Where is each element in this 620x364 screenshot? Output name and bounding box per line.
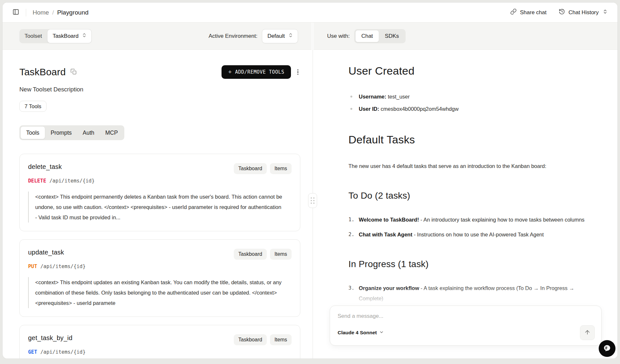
http-method: PUT [28,264,37,269]
tool-badge: Taskboard [234,163,267,174]
message-composer: Claude 4 Sonnet [330,306,602,346]
toolset-selector-label: Toolset [19,33,47,39]
active-environment-label: Active Environment: [209,33,257,39]
list-item-label: Username: [359,94,386,99]
environment-value: Default [267,33,285,39]
tool-badge: Items [270,163,292,174]
send-button[interactable] [580,325,595,340]
list-item: 3. Organize your workflow - A task expla… [348,283,591,304]
tab-mcp[interactable]: MCP [100,126,123,139]
tool-card-delete-task[interactable]: delete_task Taskboard Items DELETE/api/i… [19,154,300,231]
list-item: 2. Chat with Task Agent - Instructions o… [348,229,591,240]
user-info-list: Username: test_user User ID: cmesbox4b00… [348,91,591,114]
list-item-text: - Instructions on how to use the AI-powe… [412,232,544,237]
tool-badge: Items [270,334,292,345]
panel-left-icon [12,8,19,16]
header-divider [26,9,26,16]
copy-toolset-name-button[interactable] [70,68,77,76]
heading-user-created: User Created [348,65,591,77]
endpoint-path: /api/items/{id} [40,349,86,355]
chevrons-up-down-icon [603,9,608,16]
toolset-selector[interactable]: Toolset TaskBoard [19,29,92,43]
use-with-sdks-option[interactable]: SDKs [379,30,405,42]
list-item-label: User ID: [359,106,379,112]
chat-history-label: Chat History [568,9,599,16]
tab-auth[interactable]: Auth [77,126,100,139]
list-item-value: test_user [386,94,409,99]
chevron-down-icon [379,330,384,336]
chat-history-button[interactable]: Chat History [559,8,608,16]
add-remove-tools-label: ADD/REMOVE TOOLS [235,69,284,75]
list-item-label: Welcome to TaskBoard! [359,217,419,223]
top-header: Home / Playground Share chat [3,3,617,23]
use-with-chat-option[interactable]: Chat [355,30,379,42]
model-name: Claude 4 Sonnet [338,330,377,336]
list-item: User ID: cmesbox4b0000pq2om54whdgw [348,104,591,114]
list-item-number: 3. [348,283,359,304]
arrow-up-icon [584,329,591,337]
tool-badge: Taskboard [234,249,267,260]
tool-card-update-task[interactable]: update_task Taskboard Items PUT/api/item… [19,239,300,317]
toolset-panel: Toolset TaskBoard Active Environment: De… [3,23,312,359]
tool-badge: Taskboard [234,334,267,345]
list-item-number: 2. [348,229,359,240]
heading-in-progress: In Progress (1 task) [348,259,591,269]
chat-panel: Use with: Chat SDKs User Created Usernam… [314,23,617,359]
use-with-label: Use with: [327,33,350,39]
list-item-number: 1. [348,214,359,225]
chat-toolbar: Use with: Chat SDKs [314,23,617,50]
breadcrumb-home[interactable]: Home [33,9,49,16]
toolset-title: TaskBoard [19,67,66,78]
tab-prompts[interactable]: Prompts [45,126,77,139]
environment-select[interactable]: Default [262,29,298,43]
tool-name: delete_task [28,163,62,171]
toolset-panel-body: TaskBoard + ADD/REMOVE TOOLS [3,50,312,359]
history-icon [559,8,565,16]
kebab-menu-icon [297,69,299,75]
todo-list: 1. Welcome to TaskBoard! - An introducto… [348,214,591,240]
http-method: DELETE [28,178,46,184]
tools-count-badge: 7 Tools [19,101,46,112]
list-item-value: cmesbox4b0000pq2om54whdgw [379,106,459,112]
heading-default-tasks: Default Tasks [348,133,591,146]
tab-tools[interactable]: Tools [20,126,45,139]
use-with-switch: Chat SDKs [354,29,406,43]
chevrons-up-down-icon [82,33,87,39]
share-chat-label: Share chat [520,9,546,16]
app-window: Home / Playground Share chat [3,3,617,359]
breadcrumb: Home / Playground [33,9,88,16]
add-remove-tools-button[interactable]: + ADD/REMOVE TOOLS [222,65,291,79]
list-item: 1. Welcome to TaskBoard! - An introducto… [348,214,591,225]
list-item-text: - An introductory task explaining how to… [419,217,584,223]
tool-description: <context> This endpoint permanently dele… [28,192,283,223]
list-item-label: Chat with Task Agent [359,232,412,237]
panel-resize-handle[interactable] [308,193,317,208]
toolset-toolbar: Toolset TaskBoard Active Environment: De… [3,23,312,50]
tool-badge: Items [270,249,292,260]
breadcrumb-current: Playground [57,9,88,16]
message-input[interactable] [338,313,595,319]
tool-card-get-task-by-id[interactable]: get_task_by_id Taskboard Items GET/api/i… [19,325,300,359]
toolset-description: New Toolset Description [19,86,300,93]
toolset-more-menu-button[interactable] [295,67,301,78]
support-chat-fab[interactable] [599,340,615,357]
share-chat-button[interactable]: Share chat [510,8,546,16]
endpoint-path: /api/items/{id} [49,178,95,184]
breadcrumb-separator: / [52,9,54,16]
copy-icon [70,68,77,76]
sidebar-toggle-button[interactable] [12,8,19,16]
http-method: GET [28,349,37,355]
endpoint-path: /api/items/{id} [40,264,86,269]
toolset-selector-value: TaskBoard [53,33,78,39]
list-item: Username: test_user [348,91,591,102]
tool-name: get_task_by_id [28,334,72,342]
link-icon [510,8,517,16]
model-selector[interactable]: Claude 4 Sonnet [338,330,384,336]
in-progress-list: 3. Organize your workflow - A task expla… [348,283,591,304]
tool-list: delete_task Taskboard Items DELETE/api/i… [19,154,300,359]
tool-name: update_task [28,249,64,256]
list-item-label: Organize your workflow [359,285,419,291]
plus-icon: + [228,68,232,76]
intro-paragraph: The new user has 4 default tasks that se… [348,161,591,171]
assistant-message: User Created Username: test_user User ID… [348,65,591,304]
